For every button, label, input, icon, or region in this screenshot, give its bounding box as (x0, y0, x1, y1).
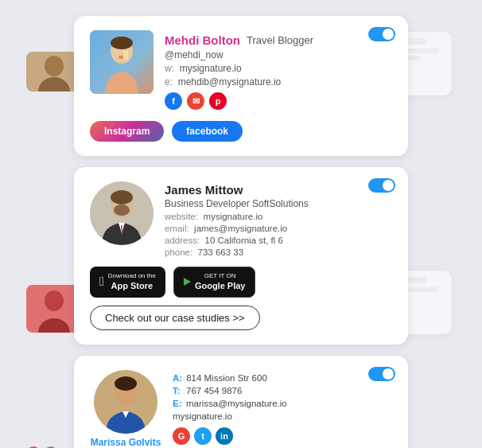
facebook-icon[interactable]: f (165, 92, 182, 110)
svg-point-1 (45, 56, 64, 76)
googleplay-text: GET IT ON Google Play (195, 272, 246, 292)
james-website-label: website: (165, 212, 198, 221)
mehdi-email-val: mehdib@mysignature.io (178, 76, 282, 88)
mehdi-email-label: e: (165, 76, 173, 88)
marissa-phone-label: T: (173, 386, 182, 395)
james-website: website: mysignature.io (165, 212, 392, 221)
google-icon[interactable]: G (173, 427, 190, 445)
toggle-james[interactable] (368, 178, 395, 193)
avatar-james (90, 181, 154, 245)
mehdi-name-row: Mehdi Bolton Travel Blogger (165, 33, 392, 47)
avatar-marissa (94, 370, 157, 434)
instagram-button[interactable]: Instagram (90, 121, 164, 142)
avatar-mehdi (90, 30, 154, 94)
card-mehdi-header: Mehdi Bolton Travel Blogger @mehdi_now w… (90, 30, 392, 110)
pinterest-icon[interactable]: p (209, 92, 227, 110)
james-email-label: email: (165, 224, 189, 233)
apple-icon:  (99, 274, 104, 290)
james-phone-label: phone: (165, 247, 192, 257)
appstore-button[interactable]:  Download on the App Store (90, 267, 165, 298)
james-address-val: 10 California st, fl 6 (205, 236, 283, 245)
svg-point-9 (111, 37, 133, 49)
case-studies-button[interactable]: Check out our case studies >> (90, 306, 260, 330)
email-icon[interactable]: ✉ (187, 92, 204, 110)
marissa-website: mysignature.io (173, 411, 482, 421)
marissa-right-col: A: 814 Mission Str 600 T: 767 454 9876 E… (173, 370, 482, 448)
mehdi-website: w: mysignature.io (165, 63, 392, 74)
appstore-text: Download on the App Store (108, 272, 156, 292)
james-website-val: mysignature.io (204, 212, 263, 221)
toggle-knob (383, 29, 394, 40)
toggle-marissa[interactable] (368, 367, 395, 381)
card-james: James Mittow Business Developer SoftSolu… (74, 167, 408, 345)
svg-point-14 (111, 190, 133, 205)
marissa-email-label: E: (173, 399, 182, 408)
googleplay-line2: Google Play (195, 280, 246, 291)
marissa-phone-val: 767 454 9876 (186, 386, 242, 395)
mehdi-name: Mehdi Bolton (165, 33, 240, 47)
card-marissa-header: Marissa Golvits Customer Success Manager… (90, 370, 392, 448)
linkedin-icon[interactable]: in (216, 427, 233, 445)
mehdi-website-label: w: (165, 63, 174, 74)
marissa-address-label: A: (173, 373, 182, 383)
marissa-name: Marissa Golvits (91, 437, 161, 448)
james-address-label: address: (165, 236, 200, 245)
svg-point-18 (115, 376, 137, 391)
card-mehdi-info: Mehdi Bolton Travel Blogger @mehdi_now w… (165, 30, 392, 110)
marissa-email-val: marissa@mysignature.io (186, 399, 287, 408)
main-wrapper: Mehdi Bolton Travel Blogger @mehdi_now w… (26, 16, 456, 448)
marissa-social-icons: G t in (173, 427, 482, 445)
appstore-line2: App Store (108, 280, 156, 291)
james-job-title: Business Developer SoftSolutions (165, 198, 392, 209)
twitter-icon[interactable]: t (194, 427, 212, 445)
toggle-james-knob (383, 180, 394, 191)
svg-rect-11 (123, 50, 128, 60)
james-email-val: james@mysignature.io (194, 224, 287, 233)
appstore-line1: Download on the (108, 272, 156, 280)
mehdi-email: e: mehdib@mysignature.io (165, 76, 392, 88)
james-email: email: james@mysignature.io (165, 224, 392, 233)
mehdi-title: Travel Blogger (247, 34, 313, 46)
toggle-marissa-knob (383, 368, 394, 380)
play-icon (184, 278, 191, 286)
marissa-address: A: 814 Mission Str 600 (173, 373, 482, 383)
mehdi-buttons: Instagram facebook (90, 121, 392, 142)
card-marissa: Marissa Golvits Customer Success Manager… (74, 356, 408, 448)
card-mehdi: Mehdi Bolton Travel Blogger @mehdi_now w… (74, 16, 408, 156)
facebook-button[interactable]: facebook (172, 121, 243, 142)
svg-point-15 (114, 205, 130, 216)
googleplay-line1: GET IT ON (195, 272, 246, 280)
james-phone-val: 733 663 33 (198, 247, 244, 257)
svg-point-4 (45, 290, 64, 311)
mehdi-website-val: mysignature.io (180, 63, 242, 74)
marissa-email: E: marissa@mysignature.io (173, 399, 482, 408)
mehdi-social-icons: f ✉ p (165, 92, 392, 110)
marissa-address-val: 814 Mission Str 600 (186, 373, 267, 383)
toggle-mehdi[interactable] (368, 27, 395, 41)
marissa-phone: T: 767 454 9876 (173, 386, 482, 395)
james-name: James Mittow (165, 183, 392, 197)
james-address: address: 10 California st, fl 6 (165, 236, 392, 245)
james-phone: phone: 733 663 33 (165, 247, 392, 257)
marissa-avatar-col: Marissa Golvits Customer Success Manager… (90, 370, 161, 448)
card-james-header: James Mittow Business Developer SoftSolu… (90, 181, 392, 257)
card-james-info: James Mittow Business Developer SoftSolu… (165, 181, 392, 257)
mehdi-handle: @mehdi_now (165, 49, 392, 60)
james-app-buttons:  Download on the App Store GET IT ON Go… (90, 267, 392, 298)
googleplay-button[interactable]: GET IT ON Google Play (173, 267, 256, 298)
